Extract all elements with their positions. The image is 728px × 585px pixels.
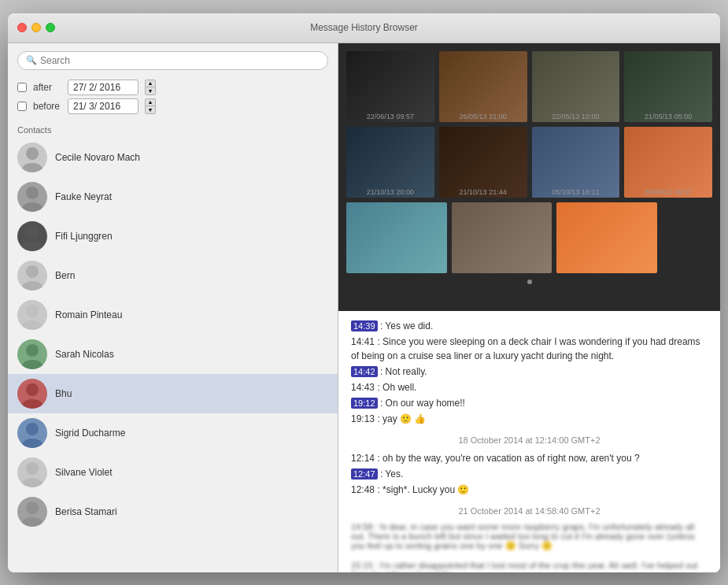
message-text-5: : On our way home!! — [380, 398, 465, 409]
timestamp-4: 12:47 — [351, 468, 378, 479]
search-icon: 🔍 — [26, 55, 37, 65]
search-bar: 🔍 — [8, 43, 338, 76]
photo-thumb-6[interactable]: 21/10/13 21:44 — [439, 127, 527, 198]
message-text-3: : Not really. — [380, 366, 427, 377]
contact-name-8: Sigrid Ducharme — [55, 428, 125, 439]
contact-name-7: Bhu — [55, 388, 72, 399]
svg-point-16 — [26, 462, 39, 475]
photo-grid: 22/06/13 09:57 26/05/13 21:00 22/05/13 1… — [338, 43, 720, 311]
date-filters: after ▲ ▼ before ▲ ▼ — [8, 76, 338, 120]
message-line-1: 14:39 : Yes we did. — [351, 319, 708, 333]
search-container: 🔍 — [17, 51, 328, 70]
contact-name-9: Silvane Violet — [55, 467, 113, 478]
photo-date-3: 22/05/13 10:00 — [534, 113, 619, 120]
before-checkbox[interactable] — [17, 102, 27, 111]
photo-thumb-4[interactable]: 21/05/13 05:00 — [624, 51, 712, 122]
time-plain-5: 12:48 — [351, 484, 375, 495]
svg-point-17 — [22, 478, 42, 487]
message-text-8: : Yes. — [380, 468, 403, 479]
svg-point-3 — [22, 202, 42, 212]
photo-thumb-7[interactable]: 05/10/13 18:11 — [532, 127, 620, 198]
avatar-3 — [17, 221, 47, 251]
photo-thumb-2[interactable]: 26/05/13 21:00 — [439, 51, 527, 122]
message-line-5: 19:12 : On our way home!! — [351, 396, 708, 410]
search-input[interactable] — [40, 55, 320, 66]
svg-point-12 — [26, 383, 39, 396]
avatar-6 — [17, 339, 47, 369]
timestamp-3: 19:12 — [351, 398, 378, 409]
photo-thumb-1[interactable]: 22/06/13 09:57 — [346, 51, 434, 122]
svg-point-5 — [22, 242, 42, 251]
photo-date-6: 21/10/13 21:44 — [441, 188, 526, 196]
contact-item-6[interactable]: Sarah Nicolas — [8, 335, 338, 374]
time-plain-3: 19:13 — [351, 413, 375, 424]
contact-item-2[interactable]: Fauke Neyrat — [8, 177, 338, 217]
after-date-stepper[interactable]: ▲ ▼ — [145, 80, 156, 95]
contact-item-5[interactable]: Romain Pinteau — [8, 295, 338, 335]
before-date-stepper[interactable]: ▲ ▼ — [145, 98, 156, 114]
contact-item-7[interactable]: Bhu — [8, 374, 338, 413]
svg-point-0 — [26, 147, 39, 160]
message-text-4: : Oh well. — [377, 382, 416, 393]
photo-thumb-5[interactable]: 21/10/13 20:00 — [346, 127, 434, 198]
message-line-7: 12:14 : oh by the way, you're on vacatio… — [351, 451, 708, 465]
before-label: before — [33, 101, 61, 112]
time-plain-1: 14:41 — [351, 336, 375, 347]
contact-item-10[interactable]: Berisa Stamari — [8, 492, 338, 531]
main-window: Message History Browser 🔍 after ▲ — [8, 13, 720, 572]
contact-item-4[interactable]: Bern — [8, 256, 338, 295]
after-filter-row: after ▲ ▼ — [17, 80, 328, 95]
contact-name-2: Fauke Neyrat — [55, 191, 112, 202]
photo-thumb-3[interactable]: 22/05/13 10:00 — [532, 51, 620, 122]
time-plain-4: 12:14 — [351, 453, 375, 464]
contact-name-10: Berisa Stamari — [55, 506, 117, 517]
main-content: 🔍 after ▲ ▼ before — [8, 43, 720, 572]
message-text-1: : Yes we did. — [380, 320, 433, 331]
minimize-button[interactable] — [31, 23, 41, 32]
contacts-header: Contacts — [8, 120, 338, 138]
contact-item-9[interactable]: Silvane Violet — [8, 453, 338, 492]
avatar-5 — [17, 300, 47, 330]
avatar-9 — [17, 457, 47, 487]
photo-thumb-9[interactable] — [346, 202, 447, 273]
photo-date-1: 22/06/13 09:57 — [348, 113, 433, 120]
before-date-input[interactable] — [68, 98, 139, 114]
svg-point-11 — [22, 360, 42, 369]
after-stepper-up[interactable]: ▲ — [146, 80, 155, 88]
contact-name-5: Romain Pinteau — [55, 309, 122, 320]
window-title: Message History Browser — [310, 22, 418, 33]
scroll-indicator — [527, 280, 532, 284]
contact-item-8[interactable]: Sigrid Ducharme — [8, 413, 338, 453]
after-checkbox[interactable] — [17, 83, 27, 92]
before-stepper-down[interactable]: ▼ — [146, 106, 155, 113]
avatar-7 — [17, 379, 47, 409]
svg-point-6 — [26, 265, 39, 278]
photo-thumb-10[interactable] — [452, 202, 552, 273]
photo-thumb-12[interactable] — [662, 202, 712, 273]
after-stepper-down[interactable]: ▼ — [146, 87, 155, 94]
photo-thumb-11[interactable] — [556, 202, 657, 273]
avatar-8 — [17, 418, 47, 448]
after-date-input[interactable] — [68, 80, 139, 95]
photo-thumb-8[interactable]: 30/09/13 09:57 — [624, 127, 712, 198]
date-separator-2: 21 October 2014 at 14:58:40 GMT+2 — [351, 506, 708, 516]
after-label: after — [33, 82, 61, 93]
contact-item-1[interactable]: Cecile Novaro Mach — [8, 138, 338, 177]
message-line-3: 14:42 : Not really. — [351, 365, 708, 379]
close-button[interactable] — [17, 23, 27, 32]
svg-point-4 — [26, 226, 39, 239]
before-stepper-up[interactable]: ▲ — [146, 99, 155, 107]
messages-panel: 14:39 : Yes we did. 14:41 : Since you we… — [338, 311, 720, 572]
message-line-2: 14:41 : Since you were sleeping on a dec… — [351, 335, 708, 363]
contact-item-3[interactable]: Fifi Ljunggren — [8, 217, 338, 256]
maximize-button[interactable] — [46, 23, 55, 32]
blurred-message-section: 14:58 : hi dear, in case you want some m… — [351, 522, 708, 572]
svg-point-18 — [26, 502, 39, 514]
message-line-8: 12:47 : Yes. — [351, 467, 708, 481]
message-text-6: : yay 🙂 👍 — [377, 413, 426, 424]
avatar-10 — [17, 497, 47, 527]
svg-point-14 — [26, 423, 39, 435]
right-panel: 22/06/13 09:57 26/05/13 21:00 22/05/13 1… — [338, 43, 720, 572]
contact-name-4: Bern — [55, 270, 75, 281]
svg-point-13 — [22, 399, 42, 409]
